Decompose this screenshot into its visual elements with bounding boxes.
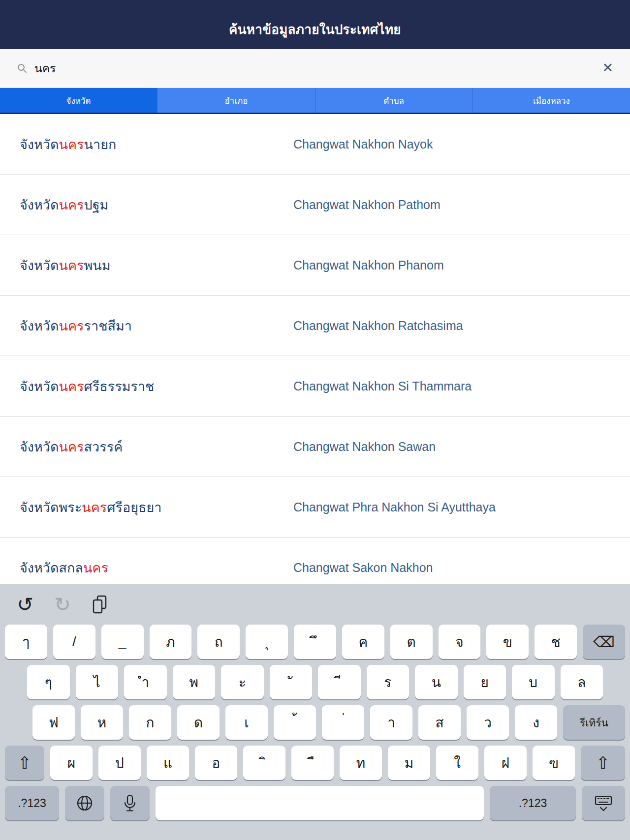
- key-r2c11[interactable]: บ: [512, 665, 555, 699]
- key-r2c4[interactable]: พ: [173, 665, 216, 699]
- on-screen-keyboard: ↺↻ ๅ/_ภถ ุ ึคตจขช⌫ๆไำพะ ั ีรนยบลฟหกดเ ้ …: [0, 584, 630, 840]
- result-english-name: Changwat Nakhon Ratchasima: [293, 296, 463, 356]
- key-r1c4[interactable]: ภ: [150, 625, 192, 659]
- result-row[interactable]: จังหวัดนครนายกChangwat Nakhon Nayok: [0, 114, 630, 175]
- tab-3[interactable]: ตำบล: [315, 88, 472, 113]
- key-r1c8[interactable]: ค: [342, 625, 384, 659]
- paste-button[interactable]: [89, 592, 111, 617]
- result-row[interactable]: จังหวัดนครสวรรค์Changwat Nakhon Sawan: [0, 417, 630, 477]
- mic-icon: [119, 792, 141, 814]
- key-r1c5[interactable]: ถ: [197, 625, 240, 659]
- key-r3c9[interactable]: ส: [418, 705, 461, 740]
- shift-key-left[interactable]: ⇧: [5, 746, 44, 780]
- key-r1c12[interactable]: ช: [535, 625, 577, 659]
- key-r1c11[interactable]: ข: [486, 625, 529, 659]
- key-r1c6[interactable]: ุ: [246, 625, 288, 659]
- search-input[interactable]: [33, 61, 602, 75]
- key-r2c5[interactable]: ะ: [221, 665, 264, 699]
- key-r2c8[interactable]: ร: [367, 665, 410, 699]
- thai-suffix: นายก: [84, 134, 117, 155]
- key-r4c11[interactable]: ฃ: [533, 746, 575, 780]
- result-match-highlight: นคร: [59, 376, 84, 397]
- result-match-highlight: นคร: [59, 134, 84, 155]
- result-row[interactable]: จังหวัดสกลนครChangwat Sakon Nakhon: [0, 538, 630, 584]
- thai-suffix: ศรีอยุธยา: [107, 497, 161, 518]
- key-r1c2[interactable]: /: [53, 625, 95, 659]
- result-english-name: Changwat Nakhon Phanom: [293, 235, 444, 295]
- key-r3c11[interactable]: ง: [515, 705, 557, 740]
- key-r4c6[interactable]: ื: [291, 746, 334, 780]
- tab-2[interactable]: อำเภอ: [157, 88, 315, 113]
- result-row[interactable]: จังหวัดนครพนมChangwat Nakhon Phanom: [0, 235, 630, 296]
- key-r3c2[interactable]: ห: [81, 705, 123, 740]
- key-r4c5[interactable]: ิ: [243, 746, 285, 780]
- thai-prefix: จังหวัดพระ: [20, 497, 82, 518]
- key-r2c10[interactable]: ย: [464, 665, 506, 699]
- result-thai-name: จังหวัดนครปฐม: [20, 175, 108, 235]
- key-r2c12[interactable]: ล: [561, 665, 603, 699]
- key-r3c4[interactable]: ด: [177, 705, 220, 740]
- key-r4c8[interactable]: ม: [388, 746, 430, 780]
- search-icon: [17, 63, 28, 74]
- key-r3c3[interactable]: ก: [129, 705, 171, 740]
- clear-search-icon[interactable]: ✕: [602, 61, 613, 75]
- key-r1c1[interactable]: ๅ: [5, 625, 47, 659]
- key-r4c2[interactable]: ป: [98, 746, 141, 780]
- result-row[interactable]: จังหวัดพระนครศรีอยุธยาChangwat Phra Nakh…: [0, 477, 630, 538]
- key-r4c9[interactable]: ใ: [436, 746, 478, 780]
- shift-key-right[interactable]: ⇧: [581, 746, 625, 780]
- result-row[interactable]: จังหวัดนครศรีธรรมราชChangwat Nakhon Si T…: [0, 356, 630, 417]
- key-r2c9[interactable]: น: [415, 665, 458, 699]
- paste-icon: [89, 594, 111, 615]
- return-key[interactable]: รีเทิร์น: [563, 705, 625, 740]
- result-thai-name: จังหวัดนครพนม: [20, 235, 111, 295]
- space-key[interactable]: [156, 786, 484, 820]
- result-match-highlight: นคร: [59, 315, 84, 336]
- key-r3c7[interactable]: ่: [322, 705, 364, 740]
- thai-prefix: จังหวัด: [20, 194, 59, 215]
- thai-suffix: พนม: [84, 255, 111, 276]
- key-r4c4[interactable]: อ: [195, 746, 237, 780]
- tab-4[interactable]: เมืองหลวง: [472, 88, 630, 113]
- result-thai-name: จังหวัดนครสวรรค์: [20, 417, 123, 477]
- result-english-name: Changwat Nakhon Nayok: [293, 114, 433, 174]
- key-r2c3[interactable]: ำ: [124, 665, 167, 699]
- key-r2c1[interactable]: ๆ: [27, 665, 70, 699]
- result-match-highlight: นคร: [59, 436, 84, 457]
- key-r4c7[interactable]: ท: [340, 746, 382, 780]
- app-header: ค้นหาข้อมูลภายในประเทศไทย: [0, 0, 630, 49]
- tab-1[interactable]: จังหวัด: [0, 88, 157, 113]
- dismiss-keyboard-key[interactable]: [582, 786, 625, 820]
- symbols-key-left[interactable]: .?123: [5, 786, 59, 820]
- redo-button: ↻: [51, 592, 74, 617]
- result-english-name: Changwat Nakhon Sawan: [293, 417, 436, 477]
- key-r2c7[interactable]: ี: [318, 665, 361, 699]
- backspace-key[interactable]: ⌫: [583, 625, 625, 659]
- key-r3c10[interactable]: ว: [467, 705, 509, 740]
- result-english-name: Changwat Phra Nakhon Si Ayutthaya: [293, 477, 496, 537]
- globe-key[interactable]: [65, 786, 104, 820]
- key-r4c10[interactable]: ฝ: [484, 746, 527, 780]
- key-r1c7[interactable]: ึ: [294, 625, 336, 659]
- dictation-key[interactable]: [110, 786, 150, 820]
- result-match-highlight: นคร: [83, 557, 108, 578]
- key-r2c6[interactable]: ั: [270, 665, 313, 699]
- key-r3c8[interactable]: า: [370, 705, 412, 740]
- key-r1c3[interactable]: _: [101, 625, 144, 659]
- key-r1c10[interactable]: จ: [439, 625, 481, 659]
- key-r4c1[interactable]: ผ: [50, 746, 93, 780]
- key-r2c2[interactable]: ไ: [76, 665, 119, 699]
- result-thai-name: จังหวัดพระนครศรีอยุธยา: [20, 477, 161, 537]
- key-r3c6[interactable]: ้: [274, 705, 316, 740]
- result-row[interactable]: จังหวัดนครราชสีมาChangwat Nakhon Ratchas…: [0, 296, 630, 356]
- undo-button[interactable]: ↺: [14, 592, 36, 617]
- thai-prefix: จังหวัด: [20, 436, 59, 457]
- key-r3c1[interactable]: ฟ: [32, 705, 75, 740]
- thai-suffix: ปฐม: [84, 194, 109, 215]
- symbols-key-right[interactable]: .?123: [490, 786, 576, 820]
- key-r3c5[interactable]: เ: [225, 705, 268, 740]
- result-match-highlight: นคร: [59, 194, 84, 215]
- key-r4c3[interactable]: แ: [147, 746, 189, 780]
- result-row[interactable]: จังหวัดนครปฐมChangwat Nakhon Pathom: [0, 175, 630, 235]
- key-r1c9[interactable]: ต: [390, 625, 433, 659]
